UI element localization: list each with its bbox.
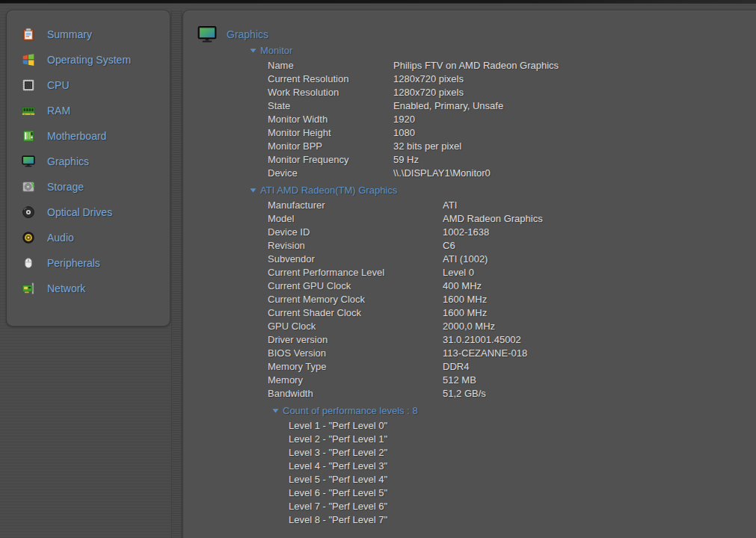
sidebar: Summary Operating System CPU RAM Motherb…: [6, 10, 170, 327]
perf-level-item: Level 1 - "Perf Level 0": [289, 419, 756, 433]
sidebar-item-audio[interactable]: Audio: [7, 225, 170, 250]
info-label: Current Resolution: [268, 72, 393, 86]
info-label: Monitor Frequency: [268, 153, 393, 167]
section-rows: Name Philips FTV on AMD Radeon Graphics …: [268, 59, 756, 180]
storage-icon: [22, 180, 35, 194]
perf-level-item: Level 4 - "Perf Level 3": [289, 460, 756, 473]
info-label: Device ID: [268, 226, 443, 239]
sidebar-item-label: Summary: [47, 28, 92, 40]
window-top-edge: [0, 0, 756, 4]
info-value: 51,2 GB/s: [443, 387, 486, 401]
info-row: Current GPU Clock 400 MHz: [268, 279, 756, 293]
perf-level-item: Level 8 - "Perf Level 7": [289, 513, 756, 527]
info-value: 1280x720 pixels: [393, 86, 464, 99]
monitor-icon: [197, 25, 217, 43]
perf-level-item: Level 7 - "Perf Level 6": [289, 500, 756, 513]
sidebar-item-network[interactable]: Network: [7, 276, 170, 301]
sidebar-item-motherboard[interactable]: Motherboard: [7, 123, 170, 149]
info-value: 32 bits per pixel: [393, 140, 461, 153]
info-value: Philips FTV on AMD Radeon Graphics: [393, 59, 559, 72]
info-label: Driver version: [268, 333, 443, 347]
info-value: Enabled, Primary, Unsafe: [393, 99, 503, 113]
info-label: Revision: [268, 239, 443, 253]
main-panel: Graphics Monitor Name Philips FTV on AMD…: [182, 10, 756, 538]
perf-level-item: Level 5 - "Perf Level 4": [289, 473, 756, 486]
collapse-triangle-icon[interactable]: [272, 407, 279, 414]
info-value: 2000,0 MHz: [443, 320, 495, 333]
section-title: ATI AMD Radeon(TM) Graphics: [260, 185, 397, 196]
info-row: Device ID 1002-1638: [268, 226, 756, 239]
info-label: Bandwidth: [268, 387, 443, 401]
sidebar-item-summary[interactable]: Summary: [7, 22, 170, 47]
perf-section-header[interactable]: Count of performance levels : 8: [272, 404, 756, 417]
info-label: Manufacturer: [268, 199, 443, 212]
page-header: Graphics: [197, 25, 756, 43]
info-value: ATI: [443, 199, 457, 212]
info-label: Monitor Width: [268, 113, 393, 126]
perf-level-item: Level 6 - "Perf Level 5": [289, 486, 756, 500]
info-value: 31.0.21001.45002: [443, 333, 521, 347]
network-icon: [22, 282, 35, 295]
section-header[interactable]: ATI AMD Radeon(TM) Graphics: [250, 183, 756, 197]
info-row: Model AMD Radeon Graphics: [268, 212, 756, 226]
info-value: AMD Radeon Graphics: [443, 212, 543, 226]
sidebar-item-label: Optical Drives: [47, 206, 112, 218]
info-value: 1080: [393, 126, 415, 140]
windows-logo-icon: [22, 53, 35, 67]
info-value: \\.\DISPLAY1\Monitor0: [393, 167, 491, 180]
sidebar-item-ram[interactable]: RAM: [7, 98, 170, 123]
info-label: Model: [268, 212, 443, 226]
sidebar-item-label: RAM: [47, 105, 70, 117]
info-label: Work Resolution: [268, 86, 393, 99]
info-label: State: [268, 99, 393, 113]
info-label: Subvendor: [268, 253, 443, 266]
info-value: ATI (1002): [443, 253, 488, 266]
monitor-icon: [22, 155, 35, 168]
collapse-triangle-icon[interactable]: [250, 187, 256, 194]
sidebar-item-label: Graphics: [47, 155, 89, 167]
peripherals-icon: [22, 256, 35, 270]
info-value: 1600 MHz: [443, 293, 487, 306]
info-label: Current Memory Clock: [268, 293, 443, 306]
info-value: C6: [443, 239, 455, 253]
sidebar-item-label: Operating System: [47, 54, 131, 66]
perf-section-title: Count of performance levels : 8: [283, 405, 418, 416]
info-row: BIOS Version 113-CEZANNE-018: [268, 347, 756, 360]
sidebar-item-storage[interactable]: Storage: [7, 174, 170, 200]
sidebar-item-label: Storage: [47, 181, 84, 193]
info-section: ATI AMD Radeon(TM) Graphics Manufacturer…: [183, 183, 756, 401]
info-row: Manufacturer ATI: [268, 199, 756, 212]
sidebar-item-label: Audio: [47, 232, 74, 244]
info-value: 1600 MHz: [443, 306, 487, 320]
info-row: Subvendor ATI (1002): [268, 253, 756, 266]
info-label: Device: [268, 167, 393, 180]
optical-drive-icon: [22, 205, 35, 219]
info-label: Current Shader Clock: [268, 306, 443, 320]
sidebar-item-optical-drives[interactable]: Optical Drives: [7, 200, 170, 225]
info-row: GPU Clock 2000,0 MHz: [268, 320, 756, 333]
info-row: Monitor BPP 32 bits per pixel: [268, 140, 756, 153]
sidebar-item-label: Motherboard: [47, 130, 106, 142]
sidebar-item-label: CPU: [47, 79, 70, 91]
sidebar-item-cpu[interactable]: CPU: [7, 72, 170, 98]
info-row: Current Resolution 1280x720 pixels: [268, 72, 756, 86]
sidebar-item-operating-system[interactable]: Operating System: [7, 47, 170, 72]
info-row: Current Memory Clock 1600 MHz: [268, 293, 756, 306]
section-header[interactable]: Monitor: [250, 43, 756, 57]
info-row: Work Resolution 1280x720 pixels: [268, 86, 756, 99]
perf-level-item: Level 3 - "Perf Level 2": [289, 446, 756, 460]
info-row: Device \\.\DISPLAY1\Monitor0: [268, 167, 756, 180]
info-label: Memory: [268, 374, 443, 387]
cpu-icon: [22, 78, 35, 92]
info-value: DDR4: [443, 360, 469, 374]
info-label: Name: [268, 59, 393, 72]
panel-splitter[interactable]: [171, 10, 182, 538]
sidebar-item-peripherals[interactable]: Peripherals: [7, 250, 170, 276]
collapse-triangle-icon[interactable]: [250, 47, 256, 54]
info-value: 400 MHz: [443, 279, 482, 293]
sidebar-item-graphics[interactable]: Graphics: [7, 149, 170, 174]
info-value: Level 0: [443, 266, 474, 279]
info-row: Memory Type DDR4: [268, 360, 756, 374]
info-row: Monitor Frequency 59 Hz: [268, 153, 756, 167]
info-value: 1280x720 pixels: [393, 72, 464, 86]
